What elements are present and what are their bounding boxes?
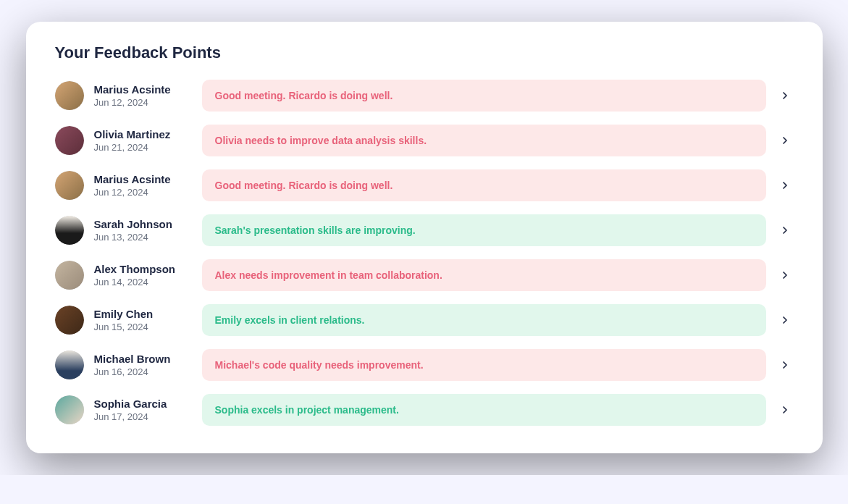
feedback-text: Olivia needs to improve data analysis sk… [202,125,766,156]
person-info: Emily ChenJun 15, 2024 [94,308,192,332]
avatar [55,81,84,110]
feedback-row[interactable]: Alex ThompsonJun 14, 2024Alex needs impr… [55,259,794,291]
person-date: Jun 13, 2024 [94,232,192,243]
chevron-right-icon[interactable] [776,224,794,236]
person-name: Marius Acsinte [94,173,192,185]
feedback-row[interactable]: Marius AcsinteJun 12, 2024Good meeting. … [55,169,794,201]
feedback-card: Your Feedback Points Marius AcsinteJun 1… [26,22,823,453]
feedback-text: Good meeting. Ricardo is doing well. [202,169,766,201]
chevron-right-icon[interactable] [776,404,794,416]
avatar [55,306,84,335]
feedback-text: Michael's code quality needs improvement… [202,349,766,381]
feedback-row[interactable]: Marius AcsinteJun 12, 2024Good meeting. … [55,80,794,112]
feedback-list: Marius AcsinteJun 12, 2024Good meeting. … [55,80,794,426]
feedback-row[interactable]: Sophia GarciaJun 17, 2024Sophia excels i… [55,394,794,426]
avatar [55,216,84,245]
person-info: Alex ThompsonJun 14, 2024 [94,263,192,287]
person-info: Sarah JohnsonJun 13, 2024 [94,218,192,243]
person-date: Jun 12, 2024 [94,97,192,108]
person-name: Michael Brown [94,353,192,365]
feedback-text: Alex needs improvement in team collabora… [202,259,766,291]
page-title: Your Feedback Points [55,43,794,62]
chevron-right-icon[interactable] [776,90,794,101]
feedback-text: Sarah's presentation skills are improvin… [202,214,766,246]
chevron-right-icon[interactable] [776,135,794,146]
person-date: Jun 21, 2024 [94,142,192,153]
feedback-text: Emily excels in client relations. [202,304,766,336]
feedback-row[interactable]: Sarah JohnsonJun 13, 2024Sarah's present… [55,214,794,246]
person-date: Jun 12, 2024 [94,187,192,198]
chevron-right-icon[interactable] [776,269,794,281]
avatar [55,171,84,200]
person-info: Marius AcsinteJun 12, 2024 [94,83,192,108]
avatar [55,126,84,155]
feedback-row[interactable]: Emily ChenJun 15, 2024Emily excels in cl… [55,304,794,336]
chevron-right-icon[interactable] [776,359,794,371]
person-name: Olivia Martinez [94,128,192,140]
person-date: Jun 15, 2024 [94,322,192,332]
feedback-row[interactable]: Michael BrownJun 16, 2024Michael's code … [55,349,794,381]
chevron-right-icon[interactable] [776,314,794,326]
avatar [55,261,84,290]
person-info: Sophia GarciaJun 17, 2024 [94,398,192,422]
person-name: Alex Thompson [94,263,192,275]
person-info: Michael BrownJun 16, 2024 [94,353,192,377]
feedback-row[interactable]: Olivia MartinezJun 21, 2024Olivia needs … [55,125,794,156]
person-name: Sarah Johnson [94,218,192,230]
person-name: Sophia Garcia [94,398,192,410]
feedback-text: Good meeting. Ricardo is doing well. [202,80,766,112]
chevron-right-icon[interactable] [776,180,794,191]
avatar [55,395,84,424]
feedback-text: Sophia excels in project management. [202,394,766,426]
person-info: Olivia MartinezJun 21, 2024 [94,128,192,153]
person-date: Jun 17, 2024 [94,411,192,422]
avatar [55,350,84,379]
person-date: Jun 14, 2024 [94,277,192,287]
person-name: Emily Chen [94,308,192,320]
person-info: Marius AcsinteJun 12, 2024 [94,173,192,198]
person-date: Jun 16, 2024 [94,366,192,377]
person-name: Marius Acsinte [94,83,192,96]
